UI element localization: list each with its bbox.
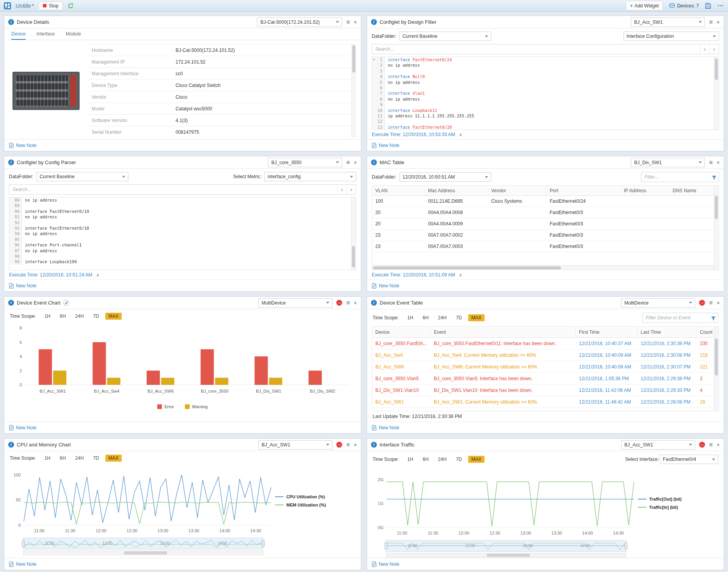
config-code-view[interactable]: 88no ip address89 90interface FastEthern… (9, 197, 356, 270)
tab-interface[interactable]: Interface (37, 28, 55, 40)
search-next-icon[interactable]: ∨ (337, 185, 346, 194)
vertical-scrollbar[interactable] (714, 57, 719, 129)
scrollbar-thumb[interactable] (715, 196, 718, 219)
time-scope-7d[interactable]: 7D (90, 455, 102, 462)
search-input[interactable] (9, 185, 337, 194)
table-row[interactable]: BJ_core_3550.FastEth...BJ_core_3550.Fast… (372, 338, 719, 349)
widget-menu-icon[interactable]: ≡ (346, 19, 350, 25)
new-note-link[interactable]: New Note (379, 425, 400, 430)
vertical-scrollbar[interactable] (714, 186, 719, 270)
config-code-view[interactable]: 1▾interface FastEthernet0/242no ip addre… (372, 57, 719, 130)
device-selector[interactable]: MultiDevice (621, 298, 695, 308)
time-scope-7d[interactable]: 7D (453, 314, 465, 321)
device-selector[interactable]: BJ_Acc_SW1 (631, 18, 705, 27)
fold-icon[interactable]: ▾ (373, 57, 375, 62)
table-row[interactable]: 2300A7.00A7.0003FastEthernet0/3 (372, 241, 719, 252)
device-selector[interactable]: BJ_core_3550 (268, 158, 342, 167)
table-row[interactable]: 2300A7.00A7.0002FastEthernet0/3 (372, 230, 719, 241)
device-selector[interactable]: BJ-Cat-5000(172.24.101.52) (257, 18, 342, 27)
widget-menu-icon[interactable]: ≡ (709, 19, 712, 25)
time-scope-7d[interactable]: 7D (453, 456, 465, 463)
widget-menu-icon[interactable]: ≡ (709, 159, 712, 166)
table-row[interactable]: BJ_Acc_Sw4BJ_Acc_Sw4: Current Memory uti… (372, 349, 719, 361)
time-scope-24h[interactable]: 24H (72, 313, 87, 320)
table-row[interactable]: BJ_Acc_SW6BJ_Acc_SW6: Current Memory uti… (372, 361, 719, 373)
time-scope-6h[interactable]: 6H (419, 314, 431, 321)
time-scope-max[interactable]: MAX (105, 313, 122, 320)
widget-menu-icon[interactable]: ≡ (346, 300, 350, 306)
brush-handle-left[interactable] (22, 540, 25, 547)
time-scope-6h[interactable]: 6H (57, 455, 69, 462)
devices-count[interactable]: Devices: 7 (669, 3, 699, 9)
time-scope-1h[interactable]: 1H (41, 455, 53, 462)
brush-handle-left[interactable] (385, 542, 387, 549)
scrollbar-thumb[interactable] (373, 266, 561, 269)
remove-icon[interactable]: − (699, 300, 705, 306)
datafolder-select[interactable]: Current Baseline (37, 172, 128, 181)
refresh-icon[interactable] (67, 3, 74, 9)
new-note-link[interactable]: New Note (379, 143, 400, 148)
scrollbar-thumb[interactable] (715, 338, 718, 375)
datafolder-select[interactable]: Current Baseline (400, 32, 491, 41)
time-scope-1h[interactable]: 1H (404, 314, 416, 321)
interface-select[interactable]: FastEthernet0/4 (660, 455, 718, 464)
new-note-link[interactable]: New Note (16, 283, 37, 289)
time-scope-7d[interactable]: 7D (90, 313, 102, 320)
filter-input[interactable] (641, 172, 719, 182)
remove-icon[interactable]: − (336, 300, 342, 306)
table-row[interactable]: 2000A4.00A4.0009FastEthernet0/3 (372, 218, 719, 230)
table-row[interactable]: BJ_Dis_SW1.Vlan10BJ_Dis_SW1.Vlan10: Inte… (372, 384, 719, 396)
save-icon[interactable] (705, 3, 711, 9)
edit-icon[interactable] (63, 300, 69, 306)
close-icon[interactable]: × (717, 300, 720, 306)
close-icon[interactable]: × (354, 19, 357, 25)
scrollbar-thumb[interactable] (352, 246, 355, 267)
new-note-link[interactable]: New Note (16, 561, 37, 567)
device-selector[interactable]: BJ_Acc_SW1 (621, 440, 695, 450)
table-row[interactable]: 1000011.214E.D695Cisco SystemsFastEthern… (372, 196, 719, 207)
table-row[interactable]: BJ_core_3550.Vlan5BJ_core_3550.Vlan5: In… (372, 373, 719, 384)
filter-type-select[interactable]: Interface Configuration (623, 32, 719, 41)
time-scope-6h[interactable]: 6H (57, 313, 69, 320)
tab-module[interactable]: Module (66, 28, 81, 40)
time-scope-24h[interactable]: 24H (435, 314, 450, 321)
horizontal-scrollbar[interactable] (372, 265, 714, 270)
brush-handle-right[interactable] (262, 540, 265, 547)
close-icon[interactable]: × (354, 442, 357, 448)
stop-button[interactable]: Stop (39, 2, 63, 10)
widget-menu-icon[interactable]: ≡ (346, 159, 350, 166)
collapse-icon[interactable]: ∧ (459, 273, 462, 278)
more-menu-icon[interactable]: ••• (717, 4, 724, 8)
new-note-link[interactable]: New Note (16, 425, 37, 430)
collapse-icon[interactable]: ∧ (459, 132, 462, 137)
close-icon[interactable]: × (717, 442, 720, 448)
scrollbar-thumb[interactable] (124, 551, 167, 554)
device-selector[interactable]: BJ_Dis_SW1 (631, 158, 705, 167)
add-widget-button[interactable]: +Add Widget (626, 1, 663, 11)
datafolder-select[interactable]: 12/20/2016, 10:50:51 AM (400, 172, 491, 182)
time-scope-max[interactable]: MAX (468, 314, 485, 321)
time-scope-max[interactable]: MAX (468, 456, 485, 463)
remove-icon[interactable]: − (699, 442, 705, 448)
vertical-scrollbar[interactable] (352, 44, 356, 138)
search-input[interactable] (372, 44, 700, 54)
time-scope-24h[interactable]: 24H (72, 455, 87, 462)
collapse-icon[interactable]: ∧ (96, 273, 99, 278)
widget-menu-icon[interactable]: ≡ (709, 442, 712, 448)
time-scope-1h[interactable]: 1H (404, 456, 416, 463)
search-prev-icon[interactable]: ∧ (709, 44, 719, 54)
device-selector[interactable]: MultiDevice (258, 298, 332, 308)
search-next-icon[interactable]: ∨ (700, 44, 709, 54)
time-range-brush[interactable]: 11:0012:0013:0014:00 (23, 538, 263, 549)
search-prev-icon[interactable]: ∧ (346, 185, 356, 194)
tab-device[interactable]: Device (11, 28, 26, 40)
scrollbar-thumb[interactable] (487, 554, 530, 557)
close-icon[interactable]: × (717, 19, 720, 25)
new-note-link[interactable]: New Note (379, 283, 400, 289)
scrollbar-thumb[interactable] (352, 45, 355, 73)
table-row[interactable]: BJ_Acc_SW1BJ_Acc_SW1: Current Memory uti… (372, 396, 719, 408)
funnel-icon[interactable] (711, 315, 716, 322)
time-scope-max[interactable]: MAX (105, 455, 122, 462)
widget-menu-icon[interactable]: ≡ (709, 300, 712, 306)
table-row[interactable]: 2000A4.00A4.0008FastEthernet0/3 (372, 207, 719, 218)
